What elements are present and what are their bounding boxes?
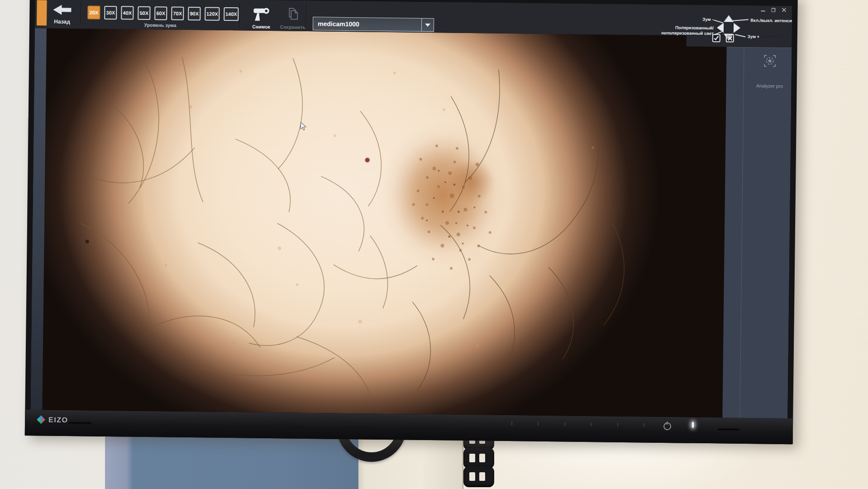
checkbox-bar	[712, 34, 734, 43]
mouse-cursor-icon	[300, 122, 307, 131]
touch-button-mark[interactable]	[564, 422, 565, 426]
analyzer-pro-label: Analyzer pro	[748, 83, 792, 89]
back-label: Назад	[48, 18, 76, 25]
dpad-left-arrow-icon[interactable]	[717, 23, 724, 33]
zoom-button-140x[interactable]: 140X	[224, 7, 238, 21]
dpad-up-arrow-icon[interactable]	[724, 15, 734, 22]
zoom-button-20x[interactable]: 20X	[87, 5, 100, 19]
cable-chain-segment	[463, 448, 494, 469]
zoom-button-30x[interactable]: 30X	[104, 6, 117, 19]
analyzer-pro-icon	[762, 53, 777, 68]
right-panel: Analyzer pro	[722, 47, 792, 418]
zoom-button-70x[interactable]: 70X	[171, 7, 184, 20]
polarized-light-label: Поляризованный/ неполяризованный свет	[658, 25, 714, 36]
touch-button-mark[interactable]	[644, 423, 644, 427]
dermoscopy-image	[42, 28, 726, 417]
camera-select-value: medicam1000	[313, 17, 421, 31]
save-document-icon	[284, 6, 302, 22]
touch-button-mark[interactable]	[511, 422, 512, 425]
zoom-button-60x[interactable]: 60X	[154, 6, 167, 20]
back-button[interactable]: Назад	[48, 4, 76, 25]
analyzer-pro-button[interactable]: Analyzer pro	[748, 53, 792, 89]
zoom-plus-label: Зум +	[748, 34, 759, 39]
restore-window-icon[interactable]	[771, 8, 775, 12]
save-label: Сохранить	[278, 24, 307, 30]
screen: Назад 20X 30X 40X 50X 60X 70X 90X 120X 1…	[30, 0, 792, 418]
window-controls	[761, 7, 786, 13]
checkbox-checked[interactable]	[712, 34, 720, 42]
bezel-slot	[69, 422, 91, 424]
eizo-logo: EIZO	[37, 415, 68, 424]
touch-button-mark[interactable]	[617, 423, 618, 427]
power-led	[692, 422, 694, 428]
zoom-button-120x[interactable]: 120X	[205, 7, 219, 20]
snapshot-button[interactable]: Снимок	[247, 6, 276, 29]
camera-select-dropdown[interactable]: medicam1000	[313, 17, 434, 32]
eizo-diamond-icon	[37, 415, 45, 424]
zoom-minus-label: Зум -	[658, 16, 713, 22]
checkbox-cross[interactable]	[726, 34, 734, 42]
cross-icon	[727, 36, 732, 41]
hair-overlay	[42, 28, 726, 417]
dpad-right-arrow-icon[interactable]	[734, 23, 740, 33]
dermatoscope-icon	[252, 6, 270, 22]
accent-bar	[37, 0, 47, 25]
panel-separator	[739, 48, 744, 418]
cable-chain-segment	[463, 466, 494, 487]
bezel-slot	[718, 428, 739, 431]
close-icon[interactable]	[782, 8, 786, 12]
toolbar-separator	[239, 2, 240, 28]
power-icon[interactable]	[663, 422, 671, 430]
snapshot-label: Снимок	[247, 24, 276, 29]
check-icon	[714, 35, 719, 41]
eizo-monitor: Назад 20X 30X 40X 50X 60X 70X 90X 120X 1…	[25, 0, 798, 444]
zoom-group-label: Уровень зума	[124, 22, 197, 28]
zoom-button-90x[interactable]: 90X	[188, 7, 200, 20]
minimize-icon[interactable]	[761, 10, 765, 11]
chevron-down-icon	[425, 23, 430, 26]
brand-text: EIZO	[48, 416, 68, 424]
save-button[interactable]: Сохранить	[278, 6, 308, 30]
touch-button-mark[interactable]	[538, 422, 539, 426]
toolbar-separator	[81, 0, 81, 26]
zoom-button-50x[interactable]: 50X	[138, 6, 150, 20]
touch-button-mark[interactable]	[591, 422, 591, 426]
intensity-label: Вкл./выкл. интенсивную в	[750, 18, 792, 23]
zoom-button-40x[interactable]: 40X	[121, 6, 134, 19]
back-arrow-icon	[52, 4, 72, 16]
dropdown-arrow-button[interactable]	[421, 19, 434, 31]
zoom-level-buttons: 20X 30X 40X 50X 60X 70X 90X 120X 140X	[87, 5, 238, 21]
red-skin-spot	[365, 158, 369, 162]
